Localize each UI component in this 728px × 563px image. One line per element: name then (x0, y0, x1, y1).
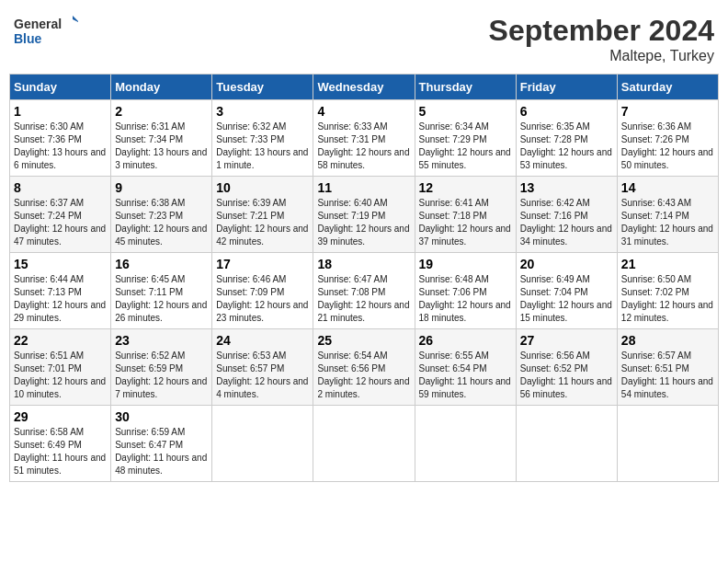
calendar-cell: 11 Sunrise: 6:40 AM Sunset: 7:19 PM Dayl… (313, 177, 415, 253)
calendar-week-1: 1 Sunrise: 6:30 AM Sunset: 7:36 PM Dayli… (10, 100, 719, 177)
day-number: 2 (115, 104, 208, 119)
day-number: 3 (216, 104, 309, 119)
day-number: 26 (419, 333, 512, 348)
calendar-cell: 29 Sunrise: 6:58 AM Sunset: 6:49 PM Dayl… (10, 406, 111, 482)
page-header: General Blue September 2024 Maltepe, Tur… (9, 9, 719, 64)
calendar-cell: 8 Sunrise: 6:37 AM Sunset: 7:24 PM Dayli… (10, 177, 111, 253)
day-number: 4 (317, 104, 410, 119)
day-number: 24 (216, 333, 309, 348)
day-number: 18 (317, 257, 410, 271)
day-number: 10 (216, 180, 309, 195)
calendar-cell: 22 Sunrise: 6:51 AM Sunset: 7:01 PM Dayl… (10, 329, 111, 406)
calendar-cell: 25 Sunrise: 6:54 AM Sunset: 6:56 PM Dayl… (313, 329, 415, 406)
cell-info: Sunrise: 6:56 AM Sunset: 6:52 PM Dayligh… (520, 350, 613, 401)
calendar-cell: 19 Sunrise: 6:48 AM Sunset: 7:06 PM Dayl… (415, 253, 516, 329)
day-number: 20 (520, 257, 613, 271)
logo-svg: General Blue (14, 14, 78, 51)
cell-info: Sunrise: 6:53 AM Sunset: 6:57 PM Dayligh… (216, 350, 309, 401)
calendar-cell: 3 Sunrise: 6:32 AM Sunset: 7:33 PM Dayli… (212, 100, 313, 177)
day-number: 14 (621, 180, 714, 195)
day-number: 23 (115, 333, 208, 348)
calendar-header-row: Sunday Monday Tuesday Wednesday Thursday… (10, 75, 719, 100)
calendar-cell: 17 Sunrise: 6:46 AM Sunset: 7:09 PM Dayl… (212, 253, 313, 329)
day-number: 13 (520, 180, 613, 195)
calendar-week-2: 8 Sunrise: 6:37 AM Sunset: 7:24 PM Dayli… (10, 177, 719, 253)
cell-info: Sunrise: 6:44 AM Sunset: 7:13 PM Dayligh… (14, 273, 107, 325)
day-number: 25 (317, 333, 410, 348)
calendar-cell (212, 406, 313, 482)
day-number: 30 (115, 409, 208, 424)
cell-info: Sunrise: 6:40 AM Sunset: 7:19 PM Dayligh… (317, 197, 410, 248)
cell-info: Sunrise: 6:54 AM Sunset: 6:56 PM Dayligh… (317, 350, 410, 401)
cell-info: Sunrise: 6:55 AM Sunset: 6:54 PM Dayligh… (419, 350, 512, 401)
calendar-cell: 30 Sunrise: 6:59 AM Sunset: 6:47 PM Dayl… (111, 406, 212, 482)
cell-info: Sunrise: 6:46 AM Sunset: 7:09 PM Dayligh… (216, 273, 309, 325)
svg-marker-2 (73, 16, 78, 23)
svg-text:Blue: Blue (14, 31, 42, 46)
calendar-cell (415, 406, 516, 482)
title-block: September 2024 Maltepe, Turkey (489, 14, 714, 64)
cell-info: Sunrise: 6:31 AM Sunset: 7:34 PM Dayligh… (115, 121, 208, 172)
cell-info: Sunrise: 6:34 AM Sunset: 7:29 PM Dayligh… (419, 121, 512, 172)
col-friday: Friday (516, 75, 617, 100)
col-thursday: Thursday (415, 75, 516, 100)
calendar-table: Sunday Monday Tuesday Wednesday Thursday… (9, 74, 719, 482)
logo: General Blue (14, 14, 78, 51)
col-sunday: Sunday (10, 75, 111, 100)
col-monday: Monday (111, 75, 212, 100)
cell-info: Sunrise: 6:42 AM Sunset: 7:16 PM Dayligh… (520, 197, 613, 248)
day-number: 11 (317, 180, 410, 195)
day-number: 27 (520, 333, 613, 348)
day-number: 29 (14, 409, 107, 424)
calendar-cell: 26 Sunrise: 6:55 AM Sunset: 6:54 PM Dayl… (415, 329, 516, 406)
cell-info: Sunrise: 6:52 AM Sunset: 6:59 PM Dayligh… (115, 350, 208, 401)
calendar-cell: 18 Sunrise: 6:47 AM Sunset: 7:08 PM Dayl… (313, 253, 415, 329)
cell-info: Sunrise: 6:41 AM Sunset: 7:18 PM Dayligh… (419, 197, 512, 248)
calendar-cell: 1 Sunrise: 6:30 AM Sunset: 7:36 PM Dayli… (10, 100, 111, 177)
cell-info: Sunrise: 6:32 AM Sunset: 7:33 PM Dayligh… (216, 121, 309, 172)
month-title: September 2024 (489, 14, 714, 48)
calendar-cell (617, 406, 718, 482)
calendar-cell (313, 406, 415, 482)
cell-info: Sunrise: 6:51 AM Sunset: 7:01 PM Dayligh… (14, 350, 107, 401)
cell-info: Sunrise: 6:35 AM Sunset: 7:28 PM Dayligh… (520, 121, 613, 172)
cell-info: Sunrise: 6:30 AM Sunset: 7:36 PM Dayligh… (14, 121, 107, 172)
day-number: 5 (419, 104, 512, 119)
calendar-cell: 20 Sunrise: 6:49 AM Sunset: 7:04 PM Dayl… (516, 253, 617, 329)
day-number: 12 (419, 180, 512, 195)
day-number: 21 (621, 257, 714, 271)
calendar-cell: 14 Sunrise: 6:43 AM Sunset: 7:14 PM Dayl… (617, 177, 718, 253)
calendar-cell: 12 Sunrise: 6:41 AM Sunset: 7:18 PM Dayl… (415, 177, 516, 253)
calendar-cell: 27 Sunrise: 6:56 AM Sunset: 6:52 PM Dayl… (516, 329, 617, 406)
day-number: 15 (14, 257, 107, 271)
day-number: 1 (14, 104, 107, 119)
day-number: 8 (14, 180, 107, 195)
day-number: 16 (115, 257, 208, 271)
cell-info: Sunrise: 6:39 AM Sunset: 7:21 PM Dayligh… (216, 197, 309, 248)
calendar-cell (516, 406, 617, 482)
calendar-cell: 21 Sunrise: 6:50 AM Sunset: 7:02 PM Dayl… (617, 253, 718, 329)
calendar-cell: 6 Sunrise: 6:35 AM Sunset: 7:28 PM Dayli… (516, 100, 617, 177)
calendar-cell: 16 Sunrise: 6:45 AM Sunset: 7:11 PM Dayl… (111, 253, 212, 329)
cell-info: Sunrise: 6:59 AM Sunset: 6:47 PM Dayligh… (115, 426, 208, 477)
cell-info: Sunrise: 6:50 AM Sunset: 7:02 PM Dayligh… (621, 273, 714, 325)
day-number: 6 (520, 104, 613, 119)
col-saturday: Saturday (617, 75, 718, 100)
day-number: 22 (14, 333, 107, 348)
cell-info: Sunrise: 6:33 AM Sunset: 7:31 PM Dayligh… (317, 121, 410, 172)
calendar-cell: 9 Sunrise: 6:38 AM Sunset: 7:23 PM Dayli… (111, 177, 212, 253)
calendar-cell: 5 Sunrise: 6:34 AM Sunset: 7:29 PM Dayli… (415, 100, 516, 177)
cell-info: Sunrise: 6:49 AM Sunset: 7:04 PM Dayligh… (520, 273, 613, 325)
day-number: 19 (419, 257, 512, 271)
calendar-cell: 28 Sunrise: 6:57 AM Sunset: 6:51 PM Dayl… (617, 329, 718, 406)
day-number: 9 (115, 180, 208, 195)
day-number: 28 (621, 333, 714, 348)
calendar-week-3: 15 Sunrise: 6:44 AM Sunset: 7:13 PM Dayl… (10, 253, 719, 329)
cell-info: Sunrise: 6:37 AM Sunset: 7:24 PM Dayligh… (14, 197, 107, 248)
cell-info: Sunrise: 6:36 AM Sunset: 7:26 PM Dayligh… (621, 121, 714, 172)
calendar-cell: 7 Sunrise: 6:36 AM Sunset: 7:26 PM Dayli… (617, 100, 718, 177)
cell-info: Sunrise: 6:47 AM Sunset: 7:08 PM Dayligh… (317, 273, 410, 325)
day-number: 17 (216, 257, 309, 271)
calendar-cell: 13 Sunrise: 6:42 AM Sunset: 7:16 PM Dayl… (516, 177, 617, 253)
calendar-week-5: 29 Sunrise: 6:58 AM Sunset: 6:49 PM Dayl… (10, 406, 719, 482)
